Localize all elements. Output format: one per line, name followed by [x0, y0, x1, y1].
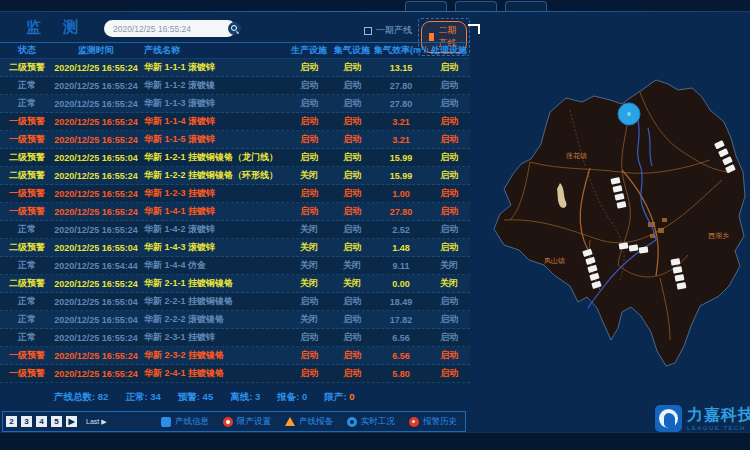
cell-eff: 3.21	[374, 135, 428, 145]
summary-item: 离线: 3	[230, 391, 260, 404]
cell-name: 华新 2-2-2 滚镀镍铬	[138, 313, 288, 326]
table-row[interactable]: 二级预警2020/12/25 16:55:24华新 1-2-2 挂镀铜镍铬（环形…	[0, 167, 470, 185]
cell-time: 2020/12/25 16:55:04	[54, 243, 138, 253]
column-header: 产线名称	[138, 44, 288, 57]
column-header: 生产设施	[288, 44, 330, 57]
cell-status: 正常	[0, 223, 54, 236]
bottom-bar: 2345▶Last ▶ 产线信息限产设置产线报备实时工况报警历史	[2, 411, 466, 432]
summary-item: 正常: 34	[125, 391, 160, 404]
table-row[interactable]: 一级预警2020/12/25 16:55:24华新 2-4-1 挂镀镍铬启动启动…	[0, 365, 470, 383]
cell-gas: 启动	[330, 151, 374, 164]
cell-proc: 关闭	[428, 259, 470, 272]
cell-time: 2020/12/25 16:55:24	[54, 117, 138, 127]
table-row[interactable]: 正常2020/12/25 16:55:24华新 1-1-3 滚镀锌启动启动27.…	[0, 95, 470, 113]
page-button[interactable]: 4	[36, 416, 47, 427]
checkbox-checked-icon[interactable]	[429, 33, 434, 41]
table-row[interactable]: 二级预警2020/12/25 16:55:24华新 1-1-1 滚镀锌启动启动1…	[0, 59, 470, 77]
legend-item[interactable]: 报警历史	[409, 416, 457, 428]
cell-name: 华新 1-2-1 挂镀铜镍铬（龙门线）	[138, 151, 288, 164]
cell-eff: 0.00	[374, 279, 428, 289]
cell-eff: 3.21	[374, 117, 428, 127]
cell-time: 2020/12/25 16:55:04	[54, 315, 138, 325]
next-page-icon[interactable]: ▶	[66, 416, 77, 427]
table-row[interactable]: 一级预警2020/12/25 16:55:24华新 1-1-4 滚镀锌启动启动3…	[0, 113, 470, 131]
page-button[interactable]: 3	[21, 416, 32, 427]
cell-name: 华新 1-1-5 滚镀锌	[138, 133, 288, 146]
column-header: 处理设施	[428, 44, 470, 57]
cell-status: 一级预警	[0, 133, 54, 146]
cell-gas: 启动	[330, 61, 374, 74]
phase1-checkbox[interactable]: 一期产线	[364, 24, 412, 37]
page-button[interactable]: 5	[51, 416, 62, 427]
cell-eff: 2.52	[374, 225, 428, 235]
cell-prod: 启动	[288, 115, 330, 128]
pagination: 2345▶Last ▶	[6, 416, 107, 427]
alarm-icon	[409, 417, 419, 427]
search-icon[interactable]	[228, 22, 241, 35]
table-row[interactable]: 正常2020/12/25 16:55:24华新 1-4-2 滚镀锌关闭启动2.5…	[0, 221, 470, 239]
cell-prod: 启动	[288, 61, 330, 74]
cell-status: 正常	[0, 295, 54, 308]
cell-status: 一级预警	[0, 349, 54, 362]
cell-name: 华新 2-2-1 挂镀铜镍铬	[138, 295, 288, 308]
header: 监 测 一期产线 二期产线	[0, 12, 470, 42]
last-page-button[interactable]: Last ▶	[86, 418, 107, 426]
search-input[interactable]	[104, 24, 228, 34]
cell-time: 2020/12/25 16:55:24	[54, 333, 138, 343]
cell-name: 华新 1-4-3 滚镀锌	[138, 241, 288, 254]
legend-item[interactable]: 产线信息	[161, 416, 209, 428]
legend-item[interactable]: 产线报备	[285, 416, 333, 428]
cell-proc: 启动	[428, 367, 470, 380]
legend-item[interactable]: 限产设置	[223, 416, 271, 428]
cell-prod: 关闭	[288, 277, 330, 290]
cell-proc: 启动	[428, 331, 470, 344]
cell-name: 华新 1-4-4 仿金	[138, 259, 288, 272]
table-header: 状态监测时间产线名称生产设施集气设施集气效率(m³/s)处理设施	[0, 42, 470, 59]
table-row[interactable]: 正常2020/12/25 16:54:44华新 1-4-4 仿金关闭关闭9.11…	[0, 257, 470, 275]
cell-status: 一级预警	[0, 205, 54, 218]
district-map[interactable]: 莲花镇 西湖乡 凤山镇	[470, 50, 750, 405]
table-row[interactable]: 一级预警2020/12/25 16:55:24华新 1-4-1 挂镀锌启动启动2…	[0, 203, 470, 221]
cell-proc: 启动	[428, 133, 470, 146]
cell-name: 华新 2-3-2 挂镀镍铬	[138, 349, 288, 362]
table-row[interactable]: 二级预警2020/12/25 16:55:04华新 1-2-1 挂镀铜镍铬（龙门…	[0, 149, 470, 167]
cell-time: 2020/12/25 16:55:24	[54, 189, 138, 199]
cell-prod: 关闭	[288, 241, 330, 254]
page-button[interactable]: 2	[6, 416, 17, 427]
cell-gas: 启动	[330, 97, 374, 110]
cell-status: 一级预警	[0, 187, 54, 200]
cell-eff: 17.82	[374, 315, 428, 325]
table-row[interactable]: 正常2020/12/25 16:55:04华新 2-2-2 滚镀镍铬关闭启动17…	[0, 311, 470, 329]
cell-prod: 启动	[288, 97, 330, 110]
cell-name: 华新 2-3-1 挂镀锌	[138, 331, 288, 344]
table-row[interactable]: 二级预警2020/12/25 16:55:04华新 1-4-3 滚镀锌关闭启动1…	[0, 239, 470, 257]
cell-status: 正常	[0, 79, 54, 92]
cell-gas: 启动	[330, 187, 374, 200]
cell-name: 华新 2-4-1 挂镀镍铬	[138, 367, 288, 380]
cell-prod: 启动	[288, 151, 330, 164]
legend-buttons: 产线信息限产设置产线报备实时工况报警历史	[161, 416, 457, 428]
cell-prod: 启动	[288, 349, 330, 362]
cell-prod: 启动	[288, 79, 330, 92]
cell-prod: 启动	[288, 331, 330, 344]
table-row[interactable]: 一级预警2020/12/25 16:55:24华新 1-1-5 滚镀锌启动启动3…	[0, 131, 470, 149]
cell-gas: 启动	[330, 295, 374, 308]
cell-prod: 启动	[288, 205, 330, 218]
cell-status: 正常	[0, 259, 54, 272]
checkbox-unchecked-icon[interactable]	[364, 27, 372, 35]
table-row[interactable]: 正常2020/12/25 16:55:24华新 2-3-1 挂镀锌启动启动6.5…	[0, 329, 470, 347]
cell-proc: 启动	[428, 115, 470, 128]
cell-eff: 9.11	[374, 261, 428, 271]
legend-label: 产线信息	[175, 416, 209, 428]
cell-gas: 启动	[330, 331, 374, 344]
table-row[interactable]: 正常2020/12/25 16:55:24华新 1-1-2 滚镀镍启动启动27.…	[0, 77, 470, 95]
legend-item[interactable]: 实时工况	[347, 416, 395, 428]
cell-eff: 6.56	[374, 333, 428, 343]
cell-eff: 1.48	[374, 243, 428, 253]
table-row[interactable]: 正常2020/12/25 16:55:04华新 2-2-1 挂镀铜镍铬启动启动1…	[0, 293, 470, 311]
table-row[interactable]: 一级预警2020/12/25 16:55:24华新 1-2-3 挂镀锌启动启动1…	[0, 185, 470, 203]
table-row[interactable]: 二级预警2020/12/25 16:55:24华新 2-1-1 挂镀铜镍铬关闭关…	[0, 275, 470, 293]
table-row[interactable]: 一级预警2020/12/25 16:55:24华新 2-3-2 挂镀镍铬启动启动…	[0, 347, 470, 365]
cell-time: 2020/12/25 16:55:24	[54, 225, 138, 235]
cell-time: 2020/12/25 16:55:24	[54, 135, 138, 145]
